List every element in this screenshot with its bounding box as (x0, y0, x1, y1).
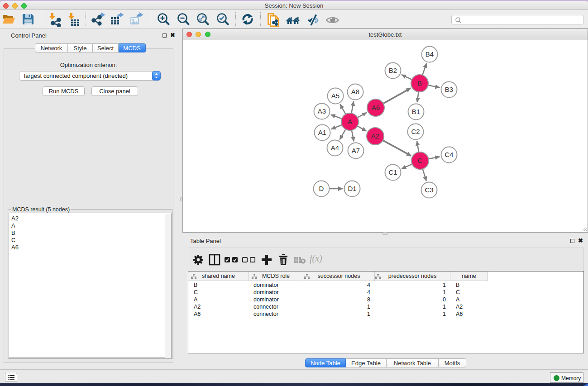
svg-text:C1: C1 (388, 168, 397, 176)
svg-text:A: A (348, 118, 352, 125)
svg-text:A8: A8 (351, 88, 359, 95)
svg-text:A6: A6 (372, 104, 380, 111)
svg-text:B: B (417, 79, 422, 87)
svg-text:B1: B1 (412, 108, 420, 115)
svg-text:A2: A2 (371, 132, 379, 140)
svg-text:C3: C3 (425, 186, 433, 194)
svg-text:C: C (418, 157, 423, 164)
svg-text:B2: B2 (389, 67, 397, 74)
svg-text:D: D (319, 185, 324, 192)
svg-text:B4: B4 (425, 50, 434, 58)
svg-text:D1: D1 (348, 185, 356, 192)
svg-text:A3: A3 (318, 107, 326, 115)
svg-text:C2: C2 (411, 128, 420, 135)
svg-text:A7: A7 (352, 147, 360, 154)
svg-text:C4: C4 (445, 151, 453, 158)
svg-text:B3: B3 (445, 86, 453, 93)
svg-text:A4: A4 (331, 144, 339, 152)
svg-text:A1: A1 (318, 129, 326, 136)
svg-text:A5: A5 (331, 92, 339, 100)
